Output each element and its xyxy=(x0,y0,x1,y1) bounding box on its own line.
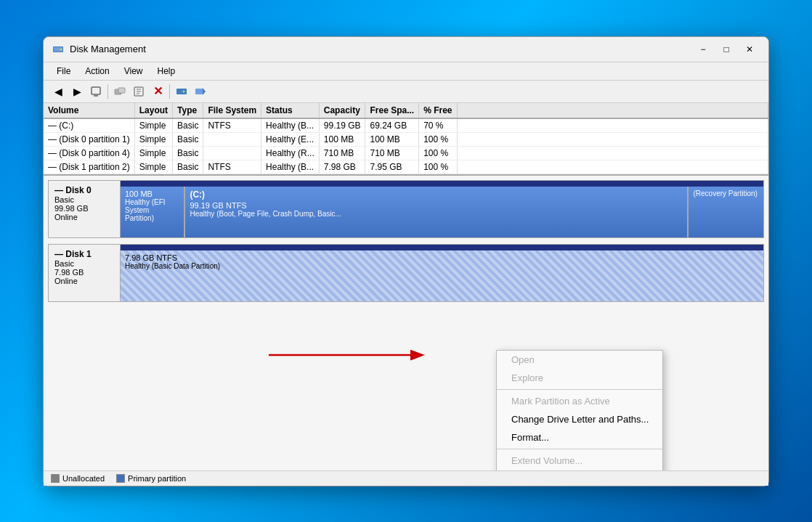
menu-action[interactable]: Action xyxy=(78,64,116,78)
col-header-type[interactable]: Type xyxy=(173,103,203,118)
table-row[interactable]: — (Disk 0 partition 1)SimpleBasicHealthy… xyxy=(44,132,768,146)
disk-0-parts-row: 100 MB Healthy (EFI System Partition) (C… xyxy=(121,187,763,237)
disk-1-size: 7.98 GB xyxy=(54,268,114,277)
ctx-mark-active: Mark Partition as Active xyxy=(497,392,662,410)
legend-primary-box xyxy=(116,474,125,483)
window-title: Disk Management xyxy=(70,44,693,54)
table-cell: 100 % xyxy=(419,146,457,160)
minimize-button[interactable]: − xyxy=(693,41,713,57)
table-cell: Simple xyxy=(134,146,172,160)
col-header-free[interactable]: Free Spa... xyxy=(365,103,419,118)
close-button[interactable]: ✕ xyxy=(739,41,760,57)
disk-0-row: — Disk 0 Basic 99.98 GB Online 100 MB He… xyxy=(48,180,764,238)
disk-1-blue-bar xyxy=(121,245,763,250)
toolbar: ◀ ▶ ✕ xyxy=(44,81,768,103)
ctx-format[interactable]: Format... xyxy=(497,428,662,446)
toolbar-sep-2 xyxy=(169,84,170,99)
legend-unalloc-box xyxy=(51,474,60,483)
table-row[interactable]: — (Disk 0 partition 4)SimpleBasicHealthy… xyxy=(44,146,768,160)
disk-1-label: — Disk 1 Basic 7.98 GB Online xyxy=(48,244,121,302)
menu-bar: File Action View Help xyxy=(44,62,768,81)
remove-button[interactable]: ✕ xyxy=(149,83,166,100)
disk-0-size: 99.98 GB xyxy=(54,204,114,213)
disk-0-recovery-partition[interactable]: (Recovery Partition) xyxy=(689,187,763,237)
table-cell: 710 MB xyxy=(365,146,419,160)
toolbar-sep-1 xyxy=(107,84,108,99)
ctx-change-drive[interactable]: Change Drive Letter and Paths... xyxy=(497,410,662,428)
table-cell xyxy=(203,146,261,160)
disk-0-blue-bar xyxy=(121,181,763,187)
ctx-extend: Extend Volume... xyxy=(497,452,662,470)
action-icon-button[interactable] xyxy=(111,83,129,100)
disk-1-partitions: 7.98 GB NTFS Healthy (Basic Data Partiti… xyxy=(121,244,764,302)
col-header-volume[interactable]: Volume xyxy=(44,103,134,118)
table-cell: 710 MB xyxy=(319,146,365,160)
disk-0-efi-partition[interactable]: 100 MB Healthy (EFI System Partition) xyxy=(121,187,185,237)
table-cell: 70 % xyxy=(419,118,457,133)
menu-help[interactable]: Help xyxy=(150,64,183,78)
table-cell: — (Disk 0 partition 4) xyxy=(44,146,134,160)
ctx-open: Open xyxy=(497,351,662,369)
legend-unalloc-label: Unallocated xyxy=(62,474,105,483)
menu-view[interactable]: View xyxy=(117,64,150,78)
help-icon-button[interactable] xyxy=(192,83,209,100)
col-header-fs[interactable]: File System xyxy=(203,103,261,118)
context-menu: Open Explore Mark Partition as Active Ch… xyxy=(496,350,663,470)
svg-marker-14 xyxy=(203,88,206,95)
ctx-sep-1 xyxy=(497,389,662,390)
arrow-indicator xyxy=(269,344,429,369)
col-header-layout[interactable]: Layout xyxy=(134,103,172,118)
disk-1-data-partition[interactable]: 7.98 GB NTFS Healthy (Basic Data Partiti… xyxy=(121,250,763,301)
disk-1-name: — Disk 1 xyxy=(54,249,114,259)
table-cell xyxy=(457,146,768,160)
table-row[interactable]: — (Disk 1 partition 2)SimpleBasicNTFSHea… xyxy=(44,160,768,174)
col-header-pct[interactable]: % Free xyxy=(419,103,457,118)
table-cell: Simple xyxy=(134,118,172,133)
svg-point-12 xyxy=(183,90,185,92)
disk-table: Volume Layout Type File System Status Ca… xyxy=(44,103,768,176)
forward-button[interactable]: ▶ xyxy=(68,83,86,100)
table-cell: 100 % xyxy=(419,160,457,174)
table-cell xyxy=(457,160,768,174)
table-row[interactable]: — (C:)SimpleBasicNTFSHealthy (B...99.19 … xyxy=(44,118,768,133)
up-button[interactable] xyxy=(87,83,105,100)
back-button[interactable]: ◀ xyxy=(49,83,67,100)
table-cell xyxy=(203,132,261,146)
disk-0-status: Online xyxy=(54,213,114,221)
disk-icon-button[interactable] xyxy=(173,83,190,100)
table-cell: NTFS xyxy=(203,160,261,174)
svg-rect-13 xyxy=(195,89,203,94)
table-cell: 7.95 GB xyxy=(365,160,419,174)
app-icon xyxy=(52,44,64,55)
ctx-shrink[interactable]: Shrink Volume... xyxy=(497,470,662,470)
col-header-capacity[interactable]: Capacity xyxy=(319,103,365,118)
efi-size: 100 MB xyxy=(125,189,179,198)
disk-1-row: — Disk 1 Basic 7.98 GB Online 7.98 GB NT… xyxy=(48,244,764,302)
svg-rect-6 xyxy=(118,88,125,93)
disk-0-partitions: 100 MB Healthy (EFI System Partition) (C… xyxy=(121,180,764,238)
col-header-status[interactable]: Status xyxy=(261,103,320,118)
content-area: Volume Layout Type File System Status Ca… xyxy=(44,103,768,486)
table-cell xyxy=(457,118,768,133)
table-cell: Healthy (E... xyxy=(261,132,320,146)
legend-primary-label: Primary partition xyxy=(128,474,186,483)
svg-rect-3 xyxy=(92,87,100,94)
c-status: Healthy (Boot, Page File, Crash Dump, Ba… xyxy=(190,210,683,218)
table-cell: 7.98 GB xyxy=(319,160,365,174)
ctx-sep-2 xyxy=(497,449,662,449)
table-cell: 100 MB xyxy=(365,132,419,146)
table-cell: Basic xyxy=(173,132,203,146)
table-cell: Healthy (B... xyxy=(261,118,320,133)
maximize-button[interactable]: □ xyxy=(716,41,736,57)
table-cell: Basic xyxy=(173,160,203,174)
properties-icon-button[interactable] xyxy=(130,83,147,100)
c-title: (C:) xyxy=(190,189,683,200)
disk1-status: Healthy (Basic Data Partition) xyxy=(125,262,759,270)
efi-status: Healthy (EFI System Partition) xyxy=(125,198,179,222)
menu-file[interactable]: File xyxy=(49,64,78,78)
table-cell: Basic xyxy=(173,146,203,160)
legend-unallocated: Unallocated xyxy=(51,474,105,483)
disk-0-c-partition[interactable]: (C:) 99.19 GB NTFS Healthy (Boot, Page F… xyxy=(185,187,689,237)
ctx-explore: Explore xyxy=(497,369,662,387)
table-cell: Basic xyxy=(173,118,203,133)
